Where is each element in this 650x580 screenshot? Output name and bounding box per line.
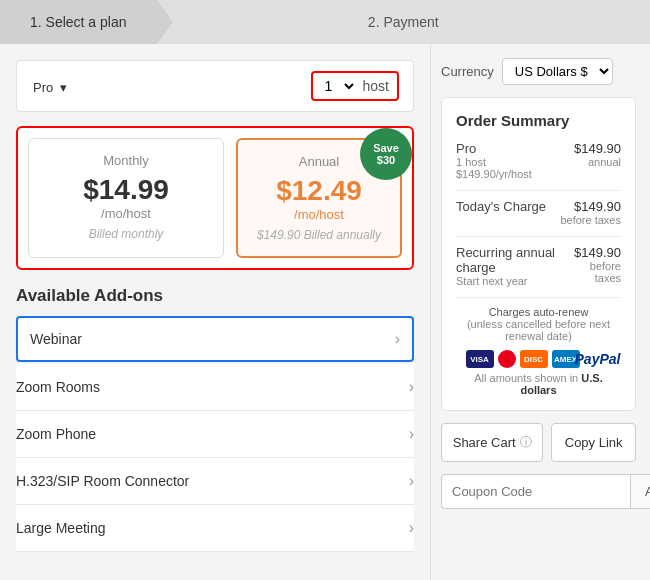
currency-select[interactable]: US Dollars $ EUR € GBP £ [502,58,613,85]
monthly-amount: $14.99 [43,174,209,206]
order-recurring-label: Recurring annual charge Start next year [456,245,572,287]
addon-zoom-rooms[interactable]: Zoom Rooms › [16,364,414,411]
addon-zoom-rooms-label: Zoom Rooms [16,379,100,395]
progress-bar: 1. Select a plan 2. Payment [0,0,650,44]
annual-card-wrapper: Annual $12.49 /mo/host $149.90 Billed an… [236,138,402,258]
currency-row: Currency US Dollars $ EUR € GBP £ [441,58,636,85]
addon-h323-label: H.323/SIP Room Connector [16,473,189,489]
addon-webinar[interactable]: Webinar › [16,316,414,362]
main-content: Pro ▾ 1 2 5 10 host Monthly [0,44,650,580]
addon-zoom-phone-chevron: › [409,425,414,443]
mastercard-icon [498,350,516,368]
addons-title: Available Add-ons [16,286,414,306]
addon-webinar-label: Webinar [30,331,82,347]
auto-renew: Charges auto-renew (unless cancelled bef… [456,306,621,342]
discover-icon: DISC [520,350,548,368]
payment-icons: VISA DISC AMEX PayPal [456,350,621,368]
addon-webinar-chevron: › [395,330,400,348]
step1-label: 1. Select a plan [30,14,127,30]
order-row-recurring: Recurring annual charge Start next year … [456,245,621,287]
cart-row: Share Cart ⓘ Copy Link [441,423,636,462]
addon-zoom-phone[interactable]: Zoom Phone › [16,411,414,458]
order-row-pro: Pro 1 host $149.90/yr/host $149.90 annua… [456,141,621,180]
usd-note: All amounts shown in U.S. dollars [456,372,621,396]
step-1: 1. Select a plan [0,0,157,44]
host-count-select[interactable]: 1 2 5 10 [321,77,357,95]
order-today-value: $149.90 before taxes [560,199,621,226]
paypal-icon: PayPal [584,350,612,368]
monthly-per: /mo/host [43,206,209,221]
plan-selector: Pro ▾ 1 2 5 10 host [16,60,414,112]
order-summary: Order Summary Pro 1 host $149.90/yr/host… [441,97,636,411]
divider-3 [456,297,621,298]
order-pro-label: Pro 1 host $149.90/yr/host [456,141,532,180]
order-today-label: Today's Charge [456,199,546,226]
info-icon: ⓘ [520,434,532,451]
addon-zoom-rooms-chevron: › [409,378,414,396]
addon-large-meeting-chevron: › [409,519,414,537]
annual-per: /mo/host [252,207,386,222]
divider-1 [456,190,621,191]
monthly-billed: Billed monthly [43,227,209,241]
annual-amount: $12.49 [252,175,386,207]
step-2: 2. Payment [157,0,650,44]
order-pro-value: $149.90 annual [574,141,621,180]
coupon-input[interactable] [441,474,630,509]
app-container: 1. Select a plan 2. Payment Pro ▾ 1 2 5 [0,0,650,580]
share-cart-button[interactable]: Share Cart ⓘ [441,423,543,462]
left-panel: Pro ▾ 1 2 5 10 host Monthly [0,44,430,580]
order-summary-title: Order Summary [456,112,621,129]
order-row-today: Today's Charge $149.90 before taxes [456,199,621,226]
coupon-row: Apply [441,474,636,509]
monthly-title: Monthly [43,153,209,168]
step2-label: 2. Payment [368,14,439,30]
copy-link-button[interactable]: Copy Link [551,423,636,462]
save-badge: Save $30 [360,128,412,180]
divider-2 [456,236,621,237]
annual-billed: $149.90 Billed annually [252,228,386,242]
pricing-cards: Monthly $14.99 /mo/host Billed monthly A… [16,126,414,270]
apply-button[interactable]: Apply [630,474,650,509]
monthly-card[interactable]: Monthly $14.99 /mo/host Billed monthly [28,138,224,258]
addon-large-meeting-label: Large Meeting [16,520,106,536]
addon-h323-chevron: › [409,472,414,490]
host-label: host [363,78,389,94]
plan-name[interactable]: Pro ▾ [31,76,67,97]
addon-h323[interactable]: H.323/SIP Room Connector › [16,458,414,505]
currency-label: Currency [441,64,494,79]
visa-icon: VISA [466,350,494,368]
host-control: 1 2 5 10 host [311,71,399,101]
addon-large-meeting[interactable]: Large Meeting › [16,505,414,552]
order-recurring-value: $149.90 before taxes [572,245,621,287]
addon-zoom-phone-label: Zoom Phone [16,426,96,442]
right-panel: Currency US Dollars $ EUR € GBP £ Order … [430,44,650,580]
